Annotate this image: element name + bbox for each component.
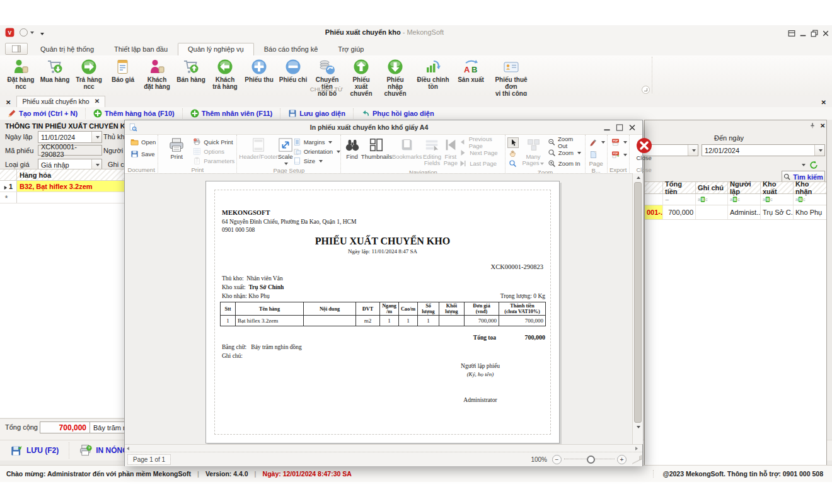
close-icon[interactable] bbox=[821, 29, 831, 38]
chevron-down-icon[interactable] bbox=[802, 164, 806, 166]
tong-tien-cell[interactable]: 700,000 bbox=[663, 205, 696, 219]
preview-vertical-scrollbar[interactable] bbox=[632, 173, 643, 444]
tab-tro-giup[interactable]: Trợ giúp bbox=[328, 43, 374, 55]
add-staff-button[interactable]: Thêm nhân viên (F11) bbox=[183, 108, 280, 118]
text-filter-icon[interactable]: aBc bbox=[728, 194, 761, 205]
panel-close-icon[interactable]: ✕ bbox=[820, 122, 825, 129]
code-cell[interactable]: 001-... bbox=[645, 205, 663, 219]
document-tab[interactable]: Phiếu xuất chuyển kho✕ bbox=[16, 96, 105, 107]
kho-xuat-column-header[interactable]: Kho xuất bbox=[761, 182, 794, 193]
return-supplier-icon bbox=[81, 59, 97, 75]
zoom-slider-thumb[interactable] bbox=[587, 455, 595, 464]
code-column-header[interactable] bbox=[645, 182, 663, 193]
next-page-button[interactable]: Next Page bbox=[459, 148, 503, 158]
pin-icon[interactable] bbox=[809, 122, 816, 129]
nguoi-lap-cell[interactable]: Administ... bbox=[728, 205, 761, 219]
ribbon-phieu-chi-button[interactable]: Phiếu chi bbox=[276, 58, 310, 84]
filter-row[interactable]: − aBc aBc aBc aBc bbox=[645, 194, 826, 205]
text-filter-icon[interactable]: aBc bbox=[696, 194, 728, 205]
ribbon-san-xuat-button[interactable]: ABSản xuất bbox=[454, 58, 488, 84]
refresh-icon[interactable] bbox=[809, 161, 818, 169]
dialog-close-icon[interactable] bbox=[626, 123, 638, 132]
resize-grip[interactable] bbox=[632, 455, 642, 464]
margins-button[interactable]: Margins bbox=[293, 137, 340, 147]
orientation-button[interactable]: Orientation bbox=[293, 147, 340, 156]
last-page-button[interactable]: Last Page bbox=[459, 159, 503, 168]
zoom-menu-button[interactable]: Zoom bbox=[548, 148, 583, 158]
save-button[interactable]: Save bbox=[130, 149, 156, 159]
tong-tien-column-header[interactable]: Tổng tiền bbox=[663, 182, 696, 193]
tabbar-close-icon[interactable]: ✕ bbox=[0, 98, 16, 107]
new-record-button[interactable]: Tạo mới (Ctrl + N) bbox=[0, 108, 86, 118]
window-layout-icon[interactable] bbox=[787, 29, 797, 38]
send-pdf-button[interactable]: PDF bbox=[611, 150, 627, 159]
dialog-title-bar[interactable]: In phiếu xuất chuyển kho khổ giấy A4 bbox=[125, 120, 642, 134]
group-launcher-icon[interactable] bbox=[642, 86, 650, 94]
parameters-button[interactable]: Parameters bbox=[193, 156, 234, 166]
previous-page-button[interactable]: Previous Page bbox=[459, 137, 503, 147]
chevron-down-icon[interactable] bbox=[688, 145, 698, 156]
open-button[interactable]: Open bbox=[130, 137, 156, 147]
first-page-button[interactable]: First Page bbox=[442, 136, 459, 166]
warehouse-out-icon bbox=[353, 59, 369, 75]
ribbon-mua-hang-button[interactable]: Mua hàng bbox=[38, 58, 72, 84]
sum-filter-icon[interactable]: − bbox=[663, 194, 696, 205]
thumbnails-button[interactable]: Thumbnails bbox=[361, 136, 392, 160]
zoom-slider[interactable] bbox=[564, 459, 615, 460]
restore-icon[interactable] bbox=[809, 29, 819, 38]
zoom-out-button[interactable]: Zoom Out bbox=[548, 137, 583, 147]
ribbon-bao-gia-button[interactable]: Báo giá bbox=[106, 58, 140, 84]
ma-phieu-field[interactable]: XCK00001-290823 bbox=[38, 145, 102, 156]
many-pages-button[interactable]: Many Pages bbox=[519, 136, 547, 166]
tab-thiet-lap-ban-dau[interactable]: Thiết lập ban đầu bbox=[104, 43, 178, 55]
kho-xuat-cell[interactable]: Trụ Sở C... bbox=[761, 205, 794, 219]
dialog-maximize-icon[interactable] bbox=[613, 123, 626, 132]
ribbon-window-button[interactable] bbox=[5, 43, 28, 55]
chevron-down-icon[interactable] bbox=[814, 145, 824, 156]
preview-area[interactable]: MEKONGSOFT 64 Nguyễn Đình Chiểu, Phường … bbox=[125, 173, 632, 445]
options-button[interactable]: Options bbox=[193, 147, 234, 156]
find-button[interactable]: Find bbox=[343, 136, 361, 160]
kho-nhan-cell[interactable]: Kho Phụ bbox=[794, 205, 826, 219]
zoom-out-slider-icon[interactable]: − bbox=[552, 455, 562, 464]
magnifier-tool-button[interactable] bbox=[507, 159, 517, 168]
ngay-lap-combo[interactable]: 11/01/2024 bbox=[38, 131, 102, 143]
restore-layout-button[interactable]: Phục hồi giao diện bbox=[354, 108, 442, 118]
size-button[interactable]: Size bbox=[293, 156, 340, 166]
save-button[interactable]: LƯU (F2) bbox=[0, 442, 69, 459]
print-button[interactable]: Print bbox=[160, 136, 193, 160]
tab-close-icon[interactable]: ✕ bbox=[95, 98, 100, 105]
text-filter-icon[interactable]: aBc bbox=[761, 194, 794, 205]
result-row[interactable]: 001-... 700,000 Administ... Trụ Sở C... … bbox=[645, 205, 826, 220]
tab-bao-cao-thong-ke[interactable]: Báo cáo thống kê bbox=[254, 43, 328, 55]
tab-quan-ly-nghiep-vu[interactable]: Quản lý nghiệp vụ bbox=[178, 43, 254, 55]
bookmarks-button[interactable]: Bookmarks bbox=[392, 136, 422, 160]
close-preview-button[interactable]: Close bbox=[632, 136, 657, 161]
ghi-chu-cell[interactable] bbox=[696, 205, 728, 219]
pointer-tool-button[interactable] bbox=[507, 137, 519, 148]
ribbon-ban-hang-button[interactable]: Bán hàng bbox=[174, 58, 208, 84]
zoom-in-button[interactable]: Zoom In bbox=[548, 159, 583, 168]
scale-button[interactable]: Scale bbox=[278, 136, 293, 166]
zoom-in-slider-icon[interactable]: + bbox=[617, 455, 627, 464]
editing-fields-button[interactable]: Editing Fields bbox=[422, 136, 442, 166]
hand-tool-button[interactable] bbox=[507, 149, 517, 158]
ribbon-phieu-thu-button[interactable]: Phiếu thu bbox=[242, 58, 276, 84]
export-pdf-button[interactable]: PDF bbox=[611, 137, 627, 147]
quick-print-button[interactable]: Quick Print bbox=[193, 137, 234, 147]
tab-quan-tri-he-thong[interactable]: Quản trị hệ thống bbox=[30, 43, 104, 55]
save-layout-button[interactable]: Lưu giao diện bbox=[280, 108, 354, 118]
minimize-icon[interactable] bbox=[798, 29, 808, 38]
chevron-down-icon[interactable] bbox=[91, 132, 101, 142]
tabbar-close-right-icon[interactable]: ✕ bbox=[816, 98, 832, 107]
header-footer-button[interactable]: Header/Footer bbox=[239, 136, 277, 160]
dialog-minimize-icon[interactable] bbox=[601, 123, 613, 132]
den-ngay-combo[interactable]: 12/01/2024 bbox=[702, 144, 825, 156]
watermark-button[interactable] bbox=[589, 137, 605, 147]
ghi-chu-column-header[interactable]: Ghi chú bbox=[696, 182, 728, 193]
text-filter-icon[interactable]: aBc bbox=[794, 194, 826, 205]
page-color-button[interactable] bbox=[589, 150, 605, 159]
kho-nhan-column-header[interactable]: Kho nhận bbox=[794, 182, 826, 193]
nguoi-lap-column-header[interactable]: Người lập bbox=[728, 182, 761, 193]
add-item-button[interactable]: Thêm hàng hóa (F10) bbox=[86, 108, 183, 118]
